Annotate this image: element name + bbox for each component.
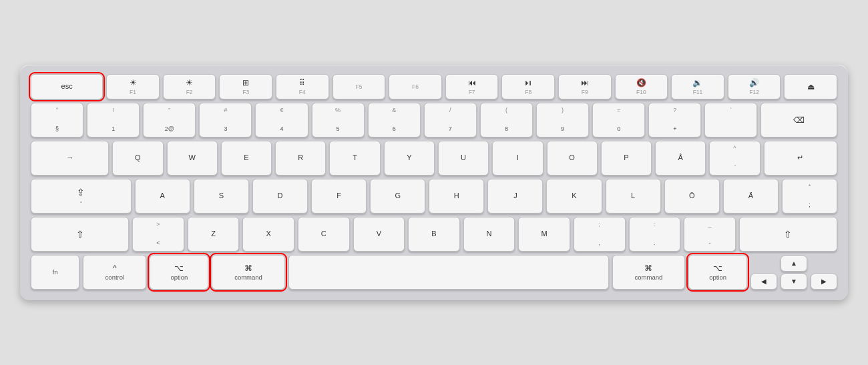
key-ao[interactable]: Å [655, 141, 706, 175]
key-oe[interactable]: Ö [664, 179, 720, 214]
key-command-right[interactable]: ⌘ command [612, 255, 686, 290]
key-b[interactable]: B [408, 217, 460, 252]
key-f8[interactable]: ⏯ F8 [501, 74, 555, 99]
key-z[interactable]: Z [188, 217, 240, 252]
key-v[interactable]: V [353, 217, 405, 252]
key-backtick[interactable]: ` [704, 103, 757, 137]
number-row: ° § ! 1 " 2@ # 3 € 4 % 5 & 6 / 7 [31, 103, 837, 137]
key-u[interactable]: U [438, 141, 489, 175]
key-shift-right[interactable]: ⇧ [739, 217, 837, 252]
key-return[interactable]: ↵ [764, 141, 837, 175]
key-k[interactable]: K [546, 179, 602, 214]
key-l[interactable]: L [606, 179, 661, 214]
key-ae[interactable]: Ä [723, 179, 779, 214]
key-i[interactable]: I [492, 141, 543, 175]
key-f4[interactable]: ⠿ F4 [276, 74, 329, 99]
shift-row: ⇧ > < Z X C V B N M ; , : . _ - ⇧ [31, 217, 837, 252]
key-h[interactable]: H [429, 179, 484, 214]
key-f1[interactable]: ☀ F1 [106, 74, 160, 99]
key-f5[interactable]: F5 [333, 74, 386, 99]
key-f9[interactable]: ⏭ F9 [558, 74, 612, 99]
key-section[interactable]: ° § [31, 103, 83, 137]
key-control[interactable]: ^ control [83, 255, 146, 290]
arrow-up-down: ▲ ▼ [781, 256, 807, 290]
key-g[interactable]: G [370, 179, 425, 214]
key-plus[interactable]: ? + [648, 103, 701, 137]
key-minus[interactable]: _ - [684, 217, 736, 252]
key-w[interactable]: W [167, 141, 218, 175]
key-period[interactable]: : . [629, 217, 681, 252]
key-p[interactable]: P [601, 141, 652, 175]
key-eject[interactable]: ⏏ [784, 74, 837, 99]
key-fn[interactable]: fn [31, 255, 79, 290]
key-arrow-up[interactable]: ▲ [781, 256, 807, 272]
arrow-cluster: ◀ ▲ ▼ ▶ [750, 255, 837, 290]
key-capslock[interactable]: ⇪ • [31, 179, 132, 214]
key-4[interactable]: € 4 [255, 103, 308, 137]
key-arrow-left[interactable]: ◀ [750, 274, 777, 290]
key-backspace[interactable]: ⌫ [761, 103, 837, 137]
key-8[interactable]: ( 8 [480, 103, 533, 137]
key-f12[interactable]: 🔊 F12 [728, 74, 781, 99]
key-1[interactable]: ! 1 [87, 103, 140, 137]
key-lt-gt[interactable]: > < [132, 217, 184, 252]
key-arrow-down[interactable]: ▼ [781, 274, 807, 290]
key-0[interactable]: = 0 [592, 103, 645, 137]
home-row: ⇪ • A S D F G H J K L Ö Ä * ; [31, 179, 837, 214]
key-o[interactable]: O [547, 141, 598, 175]
bottom-row: fn ^ control ⌥ option ⌘ command ⌘ comman… [31, 255, 837, 290]
key-diaeresis[interactable]: ^ ¨ [709, 141, 760, 175]
key-y[interactable]: Y [384, 141, 435, 175]
key-e[interactable]: E [221, 141, 272, 175]
key-5[interactable]: % 5 [312, 103, 365, 137]
key-f2[interactable]: ☀ F2 [163, 74, 216, 99]
key-x[interactable]: X [242, 217, 294, 252]
key-arrow-right[interactable]: ▶ [811, 274, 837, 290]
key-j[interactable]: J [487, 179, 543, 214]
key-a[interactable]: A [135, 179, 190, 214]
key-option-left[interactable]: ⌥ option [150, 255, 208, 290]
key-f[interactable]: F [311, 179, 367, 214]
qwerty-row: → Q W E R T Y U I O P Å ^ ¨ ↵ [31, 141, 837, 175]
key-f7[interactable]: ⏮ F7 [445, 74, 499, 99]
key-space[interactable] [288, 255, 609, 290]
keyboard: esc ☀ F1 ☀ F2 ⊞ F3 ⠿ F4 F5 F6 ⏮ F7 ⏯ [20, 65, 848, 300]
key-c[interactable]: C [298, 217, 350, 252]
key-7[interactable]: / 7 [424, 103, 477, 137]
key-tab[interactable]: → [31, 141, 109, 175]
key-t[interactable]: T [329, 141, 380, 175]
key-esc[interactable]: esc [31, 74, 103, 99]
key-s[interactable]: S [194, 179, 249, 214]
key-f10[interactable]: 🔇 F10 [615, 74, 668, 99]
key-3[interactable]: # 3 [199, 103, 252, 137]
key-m[interactable]: M [518, 217, 570, 252]
key-n[interactable]: N [463, 217, 515, 252]
key-d[interactable]: D [252, 179, 308, 214]
key-r[interactable]: R [275, 141, 326, 175]
key-f11[interactable]: 🔉 F11 [671, 74, 724, 99]
key-comma[interactable]: ; , [574, 217, 626, 252]
function-row: esc ☀ F1 ☀ F2 ⊞ F3 ⠿ F4 F5 F6 ⏮ F7 ⏯ [31, 74, 837, 99]
key-2[interactable]: " 2@ [143, 103, 196, 137]
key-f3[interactable]: ⊞ F3 [219, 74, 272, 99]
key-command-left[interactable]: ⌘ command [212, 255, 285, 290]
key-hash[interactable]: * ; [782, 179, 837, 214]
key-6[interactable]: & 6 [368, 103, 421, 137]
key-9[interactable]: ) 9 [536, 103, 589, 137]
key-f6[interactable]: F6 [389, 74, 442, 99]
key-option-right[interactable]: ⌥ option [688, 255, 747, 290]
key-shift-left[interactable]: ⇧ [31, 217, 129, 252]
key-q[interactable]: Q [112, 141, 163, 175]
